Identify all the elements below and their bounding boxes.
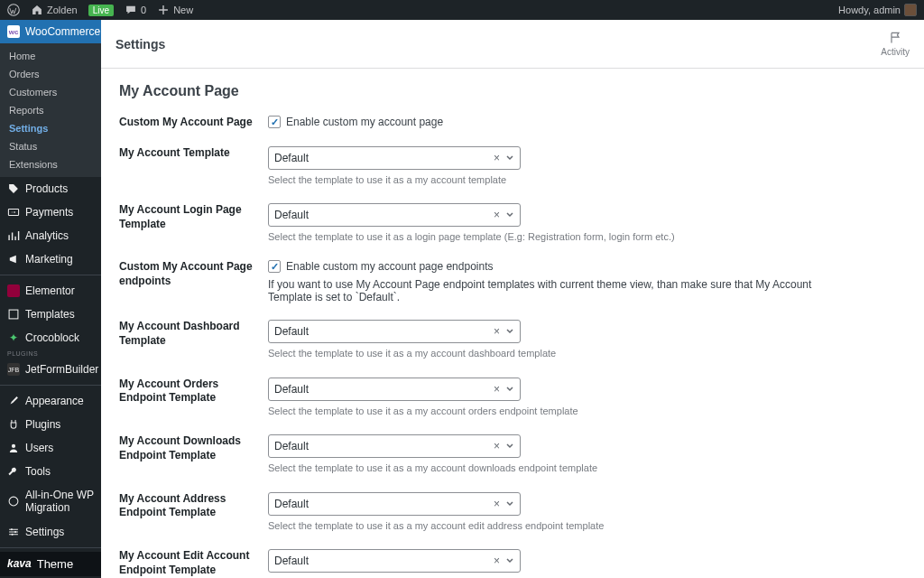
checkbox-label-custom-page: Enable custom my account page bbox=[286, 116, 443, 128]
megaphone-icon bbox=[7, 253, 20, 266]
sidebar-item-crocoblock[interactable]: ✦Crocoblock bbox=[0, 326, 101, 350]
select-template[interactable]: Default × bbox=[268, 146, 521, 170]
sidebar-item-tools[interactable]: Tools bbox=[0, 460, 101, 483]
chevron-down-icon bbox=[505, 442, 514, 451]
select-dashboard[interactable]: Default × bbox=[268, 320, 521, 343]
clear-icon[interactable]: × bbox=[494, 152, 500, 164]
submenu-extensions[interactable]: Extensions bbox=[0, 155, 101, 173]
field-label-address: My Account Address Endpoint Template bbox=[119, 492, 268, 533]
woocommerce-icon: wc bbox=[7, 25, 20, 38]
comments-link[interactable]: 0 bbox=[125, 4, 146, 16]
crocoblock-icon: ✦ bbox=[7, 331, 20, 344]
page-title: My Account Page bbox=[119, 83, 906, 99]
clear-icon[interactable]: × bbox=[494, 555, 500, 567]
chevron-down-icon bbox=[505, 154, 514, 163]
chevron-down-icon bbox=[505, 385, 514, 394]
wp-logo-icon[interactable] bbox=[7, 4, 20, 16]
endpoints-note: If you want to use My Account Page endpo… bbox=[268, 278, 855, 303]
sidebar-item-plugins[interactable]: Plugins bbox=[0, 413, 101, 436]
jetform-icon: JFB bbox=[7, 363, 20, 376]
svg-point-7 bbox=[12, 534, 14, 536]
sidebar-item-appearance[interactable]: Appearance bbox=[0, 389, 101, 413]
admin-sidebar: wc WooCommerce Home Orders Customers Rep… bbox=[0, 20, 101, 578]
user-icon bbox=[7, 442, 20, 454]
field-label-orders: My Account Orders Endpoint Template bbox=[119, 378, 268, 418]
sliders-icon bbox=[7, 526, 20, 538]
sidebar-item-jetformbuilder[interactable]: JFBJetFormBuilder bbox=[0, 358, 101, 381]
page-header: Settings Activity bbox=[101, 20, 924, 69]
header-title: Settings bbox=[116, 37, 165, 51]
svg-point-5 bbox=[11, 528, 13, 530]
help-downloads: Select the template to use it as a my ac… bbox=[268, 461, 855, 475]
new-link[interactable]: New bbox=[157, 4, 193, 16]
clear-icon[interactable]: × bbox=[494, 325, 500, 338]
tag-icon bbox=[7, 182, 20, 195]
field-label-endpoints: Custom My Account Page endpoints bbox=[119, 260, 268, 303]
chevron-down-icon bbox=[505, 556, 514, 565]
field-label-dashboard: My Account Dashboard Template bbox=[119, 320, 268, 360]
field-label-edit-account: My Account Edit Account Endpoint Templat… bbox=[119, 549, 268, 578]
select-login[interactable]: Default × bbox=[268, 203, 521, 227]
svg-point-4 bbox=[9, 497, 18, 506]
clear-icon[interactable]: × bbox=[494, 383, 500, 396]
user-greeting[interactable]: Howdy, admin bbox=[838, 4, 917, 16]
sidebar-item-templates[interactable]: Templates bbox=[0, 303, 101, 326]
checkbox-custom-page[interactable] bbox=[268, 116, 281, 128]
migration-icon bbox=[7, 495, 20, 508]
sidebar-item-products[interactable]: Products bbox=[0, 177, 101, 200]
analytics-icon bbox=[7, 229, 20, 242]
woocommerce-submenu: Home Orders Customers Reports Settings S… bbox=[0, 43, 101, 177]
submenu-home[interactable]: Home bbox=[0, 47, 101, 65]
field-label-login: My Account Login Page Template bbox=[119, 203, 268, 244]
sidebar-item-users[interactable]: Users bbox=[0, 436, 101, 460]
clear-icon[interactable]: × bbox=[494, 440, 500, 452]
clear-icon[interactable]: × bbox=[494, 498, 500, 510]
sidebar-item-analytics[interactable]: Analytics bbox=[0, 224, 101, 247]
kava-logo: kava bbox=[7, 557, 32, 570]
plug-icon bbox=[7, 418, 20, 431]
sidebar-item-marketing[interactable]: Marketing bbox=[0, 247, 101, 271]
help-dashboard: Select the template to use it as a my ac… bbox=[268, 347, 855, 360]
checkbox-label-endpoints: Enable custom my account page endpoints bbox=[286, 260, 493, 273]
submenu-settings[interactable]: Settings bbox=[0, 119, 101, 137]
field-label-custom-page: Custom My Account Page bbox=[119, 116, 268, 130]
help-template: Select the template to use it as a my ac… bbox=[268, 173, 855, 187]
clear-icon[interactable]: × bbox=[494, 209, 500, 221]
help-login: Select the template to use it as a login… bbox=[268, 230, 855, 244]
select-edit-account[interactable]: Default × bbox=[268, 549, 521, 573]
svg-rect-2 bbox=[9, 310, 18, 319]
svg-point-6 bbox=[14, 531, 16, 533]
chevron-down-icon bbox=[505, 499, 514, 508]
select-downloads[interactable]: Default × bbox=[268, 434, 521, 458]
sidebar-item-settings[interactable]: Settings bbox=[0, 520, 101, 544]
chevron-down-icon bbox=[505, 210, 514, 219]
site-link[interactable]: Zolden bbox=[31, 4, 78, 16]
admin-bar: Zolden Live 0 New Howdy, admin bbox=[0, 0, 924, 20]
checkbox-endpoints[interactable] bbox=[268, 260, 281, 273]
sidebar-item-payments[interactable]: Payments bbox=[0, 200, 101, 224]
field-label-template: My Account Template bbox=[119, 146, 268, 187]
elementor-icon bbox=[7, 284, 20, 297]
sidebar-item-theme[interactable]: kavaTheme bbox=[0, 552, 101, 576]
svg-point-0 bbox=[8, 5, 20, 16]
help-orders: Select the template to use it as a my ac… bbox=[268, 405, 855, 418]
select-orders[interactable]: Default × bbox=[268, 378, 521, 401]
submenu-reports[interactable]: Reports bbox=[0, 101, 101, 119]
submenu-status[interactable]: Status bbox=[0, 137, 101, 155]
wrench-icon bbox=[7, 465, 20, 478]
sidebar-item-allinone[interactable]: All-in-One WP Migration bbox=[0, 483, 101, 520]
field-label-downloads: My Account Downloads Endpoint Template bbox=[119, 434, 268, 475]
live-badge: Live bbox=[88, 5, 114, 16]
submenu-orders[interactable]: Orders bbox=[0, 65, 101, 83]
activity-button[interactable]: Activity bbox=[881, 31, 910, 57]
chevron-down-icon bbox=[505, 327, 514, 336]
avatar bbox=[904, 4, 917, 16]
sidebar-item-elementor[interactable]: Elementor bbox=[0, 279, 101, 303]
submenu-customers[interactable]: Customers bbox=[0, 83, 101, 101]
main-content: Settings Activity My Account Page Custom… bbox=[101, 20, 924, 578]
sidebar-item-woocommerce[interactable]: wc WooCommerce bbox=[0, 20, 101, 43]
templates-icon bbox=[7, 308, 20, 321]
brush-icon bbox=[7, 395, 20, 407]
select-address[interactable]: Default × bbox=[268, 492, 521, 516]
help-address: Select the template to use it as a my ac… bbox=[268, 519, 855, 533]
